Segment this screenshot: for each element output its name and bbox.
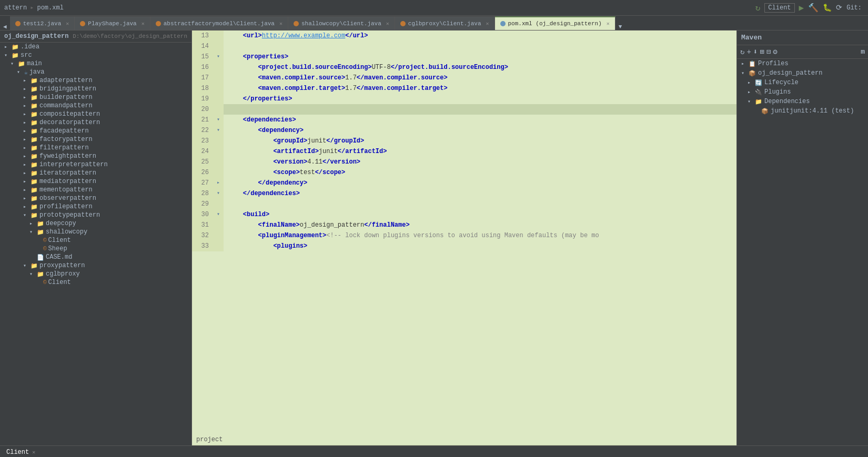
tab-close-icon[interactable]: ✕ xyxy=(607,21,610,27)
line-content: <build> xyxy=(224,209,269,220)
deps-icon: 📁 xyxy=(755,98,762,105)
maven-item-plugins[interactable]: ▸ 🔌 Plugins xyxy=(737,87,868,97)
tree-item-java[interactable]: ▾ ☕ java xyxy=(0,68,191,76)
tree-item-idea[interactable]: ▸ 📁 .idea xyxy=(0,43,191,51)
md-file-icon: 📄 xyxy=(37,254,44,261)
line-content: <finalName>oj_design_pattern</finalName> xyxy=(224,220,410,230)
tree-item-deepcopy[interactable]: ▸📁deepcopy xyxy=(0,219,191,228)
tree-item-interpreterpattern[interactable]: ▸📁interpreterpattern xyxy=(0,160,191,169)
code-line-25: 25 <version>4.11</version> xyxy=(192,157,736,167)
tree-item-builderpattern[interactable]: ▸📁builderpattern xyxy=(0,93,191,101)
maven-m-icon[interactable]: m xyxy=(861,48,865,56)
line-number: 21 xyxy=(192,115,213,125)
fold-marker[interactable]: ▾ xyxy=(217,209,220,220)
fold-marker[interactable]: ▾ xyxy=(217,188,220,199)
line-gutter xyxy=(213,220,224,230)
tree-item-main[interactable]: ▾ 📁 main xyxy=(0,59,191,68)
line-number: 17 xyxy=(192,73,213,83)
tree-item-sheep[interactable]: ©Sheep xyxy=(0,245,191,253)
tree-item-compositepattern[interactable]: ▸📁compositepattern xyxy=(0,110,191,118)
client-dropdown[interactable]: Client xyxy=(764,3,794,13)
maven-collapse-icon[interactable]: ⊟ xyxy=(766,47,771,56)
tree-item-filterpattern[interactable]: ▸📁filterpattern xyxy=(0,144,191,152)
tree-item-profilepattern[interactable]: ▸📁profilepattern xyxy=(0,202,191,211)
tree-item-adapterpattern[interactable]: ▸📁adapterpattern xyxy=(0,76,191,85)
tree-item-iteratorpattern[interactable]: ▸📁iteratorpattern xyxy=(0,169,191,177)
maven-item-lifecycle[interactable]: ▸ 🔄 Lifecycle xyxy=(737,78,868,87)
line-gutter xyxy=(213,146,224,157)
tree-item-observerpattern[interactable]: ▸📁observerpattern xyxy=(0,194,191,202)
code-line-31: 31 <finalName>oj_design_pattern</finalNa… xyxy=(192,220,736,230)
fold-marker[interactable]: ▾ xyxy=(217,115,220,125)
line-content: </dependencies> xyxy=(224,188,300,199)
maven-add-icon[interactable]: + xyxy=(746,48,751,56)
maven-item-dependencies[interactable]: ▾ 📁 Dependencies xyxy=(737,97,868,106)
tree-item-mediatorpattern[interactable]: ▸📁mediatorpattern xyxy=(0,177,191,186)
maven-arrow: ▸ xyxy=(741,60,748,67)
tree-item-facadepattern[interactable]: ▸📁facadepattern xyxy=(0,127,191,135)
tab-abstractfactory[interactable]: abstractfactorymodel\Client.java ✕ xyxy=(150,16,288,30)
tree-item-shallowcopy[interactable]: ▾📁shallowcopy xyxy=(0,228,191,236)
maven-expand-icon[interactable]: ⊞ xyxy=(760,47,764,56)
tree-item-src[interactable]: ▾ 📁 src xyxy=(0,51,191,59)
bottom-tab-close[interactable]: ✕ xyxy=(32,449,35,455)
line-gutter xyxy=(213,167,224,178)
tab-pom[interactable]: pom.xml (oj_design_pattern) ✕ xyxy=(495,16,615,30)
item-label: factorypattern xyxy=(39,136,93,143)
tab-scroll-left[interactable]: ◀ xyxy=(0,23,10,30)
line-content: <project.build.sourceEncoding>UTF-8</pro… xyxy=(224,62,508,73)
tree-item-factorypattern[interactable]: ▸📁factorypattern xyxy=(0,135,191,144)
tree-item-proxypattern[interactable]: ▾📁proxypattern xyxy=(0,261,191,270)
tree-item-decoratorpattern[interactable]: ▸📁decoratorpattern xyxy=(0,118,191,127)
debug-icon[interactable]: 🐛 xyxy=(823,3,832,12)
breadcrumb-project[interactable]: project xyxy=(196,436,223,443)
run-icon[interactable]: ▶ xyxy=(799,3,804,13)
tree-item-mementopattern[interactable]: ▸📁mementopattern xyxy=(0,186,191,194)
tree-item-commandpattern[interactable]: ▸📁commandpattern xyxy=(0,101,191,110)
tree-item-bridgingpattern[interactable]: ▸📁bridgingpattern xyxy=(0,85,191,93)
tree-item-prototypepattern[interactable]: ▾📁prototypepattern xyxy=(0,211,191,219)
line-content: </dependency> xyxy=(224,178,307,188)
maven-item-ojdesign[interactable]: ▾ 📦 oj_design_pattern xyxy=(737,68,868,78)
fold-marker[interactable]: ▾ xyxy=(217,52,220,62)
line-number: 23 xyxy=(192,136,213,146)
maven-refresh-icon[interactable]: ↻ xyxy=(740,47,744,56)
tab-label: pom.xml (oj_design_pattern) xyxy=(508,21,602,27)
bottom-tab-client[interactable]: Client ✕ xyxy=(0,446,42,457)
tab-playshape[interactable]: PlayShape.java ✕ xyxy=(75,16,150,30)
tree-item-fyweightpattern[interactable]: ▸📁fyweightpattern xyxy=(0,152,191,160)
sync-icon[interactable]: ↻ xyxy=(755,3,761,13)
lifecycle-icon: 🔄 xyxy=(755,79,762,86)
maven-settings-icon[interactable]: ⚙ xyxy=(773,47,777,56)
tab-close-icon[interactable]: ✕ xyxy=(142,21,145,27)
item-label: proxypattern xyxy=(39,262,85,269)
tab-dropdown[interactable]: ▼ xyxy=(615,24,625,30)
tree-item-client-shallow[interactable]: ©Client xyxy=(0,236,191,245)
tab-close-icon[interactable]: ✕ xyxy=(66,21,69,27)
editor-content[interactable]: 13 <url>http://www.example.com</url> 14 … xyxy=(192,31,736,445)
tab-close-icon[interactable]: ✕ xyxy=(486,21,489,27)
maven-item-junit[interactable]: 📦 junitjunit:4.11 (test) xyxy=(737,106,868,116)
tree-item-case-md[interactable]: 📄CASE.md xyxy=(0,253,191,261)
tree-item-cglbproxy-folder[interactable]: ▾📁cglbproxy xyxy=(0,270,191,278)
reload-icon[interactable]: ⟳ xyxy=(836,3,842,12)
line-gutter xyxy=(213,83,224,94)
tab-test12[interactable]: test12.java ✕ xyxy=(10,16,75,30)
line-gutter: ▾ xyxy=(213,209,224,220)
code-line-29: 29 xyxy=(192,199,736,209)
line-gutter xyxy=(213,230,224,241)
java-tab-icon xyxy=(156,21,161,26)
build-icon[interactable]: 🔨 xyxy=(808,3,819,13)
tab-close-icon[interactable]: ✕ xyxy=(386,21,389,27)
maven-item-profiles[interactable]: ▸ 📋 Profiles xyxy=(737,59,868,68)
fold-marker[interactable]: ▾ xyxy=(217,125,220,136)
fold-marker[interactable]: ▸ xyxy=(217,178,220,188)
line-content: <properties> xyxy=(224,52,288,62)
tab-cglbproxy[interactable]: cglbproxy\Client.java ✕ xyxy=(395,16,495,30)
tab-close-icon[interactable]: ✕ xyxy=(279,21,282,27)
arrow-idea: ▸ xyxy=(4,44,11,50)
tree-item-client-cglb[interactable]: ©Client xyxy=(0,278,191,287)
tab-shallowcopy[interactable]: shallowcopy\Client.java ✕ xyxy=(288,16,395,30)
maven-download-icon[interactable]: ⬇ xyxy=(753,47,758,56)
project-title: attern xyxy=(4,4,27,12)
